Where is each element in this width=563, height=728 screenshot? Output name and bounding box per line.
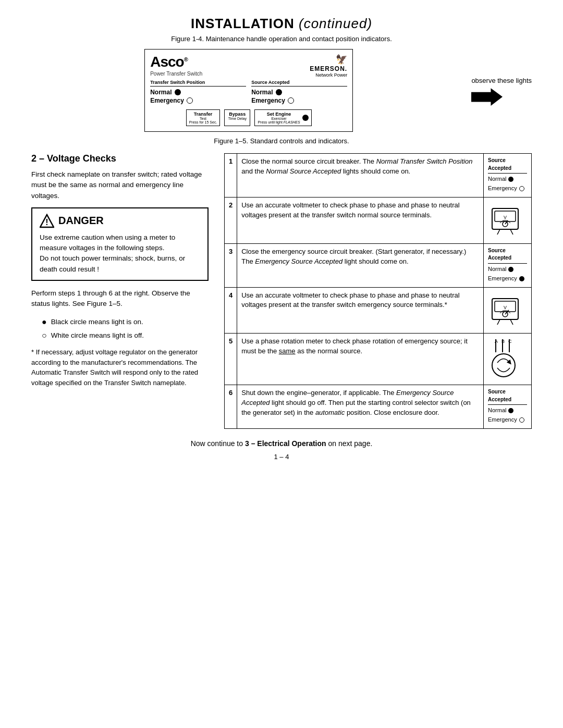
set-engine-circle xyxy=(302,115,309,121)
normal-indicator-left: Normal xyxy=(150,89,246,96)
asco-panel: Asco® Power Transfer Switch 🦅 EMERSON. N… xyxy=(144,49,353,132)
right-column: 1 Close the normal source circuit breake… xyxy=(224,153,532,429)
set-engine-exerciser-button[interactable]: Set Engine Exerciser Press until light F… xyxy=(254,109,311,126)
bullet-empty-item: ○ White circle means light is off. xyxy=(42,329,209,342)
bypass-time-delay-button[interactable]: Bypass Time Delay xyxy=(224,109,250,126)
svg-text:V: V xyxy=(503,215,506,220)
step-text: Close the emergency source circuit break… xyxy=(237,243,484,287)
transfer-test-button[interactable]: Transfer Test Press for 15 Sec. xyxy=(186,109,221,126)
danger-triangle-icon: ! xyxy=(40,214,54,228)
bullet-filled-item: ● Black circle means light is on. xyxy=(42,315,209,329)
asco-header: Asco® Power Transfer Switch 🦅 EMERSON. N… xyxy=(150,54,347,78)
svg-text:B: B xyxy=(501,339,505,344)
step-number: 5 xyxy=(225,334,237,385)
danger-box: ! DANGER Use extreme caution when using … xyxy=(31,207,209,281)
voltage-intro-text: First check nameplate on transfer switch… xyxy=(31,169,209,201)
step-indicator: Source Accepted Normal Emergency xyxy=(484,385,532,429)
filled-circle-icon: ● xyxy=(42,315,47,329)
footnote-text: * If necessary, adjust voltage regulator… xyxy=(31,347,209,388)
page-number: 1 – 4 xyxy=(31,453,532,461)
observe-area: observe these lights xyxy=(471,77,532,107)
source-accepted-label: Source Accepted xyxy=(251,80,347,87)
asco-body: Transfer Switch Position Normal Emergenc… xyxy=(150,80,347,105)
svg-marker-0 xyxy=(471,88,503,106)
svg-text:C: C xyxy=(508,339,512,344)
step-indicator: Source Accepted Normal Emergency xyxy=(484,154,532,198)
emergency-indicator-left: Emergency xyxy=(150,97,246,104)
svg-text:!: ! xyxy=(45,218,48,227)
asco-logo: Asco® xyxy=(150,54,202,70)
normal-circle-filled-left xyxy=(175,89,181,95)
svg-line-13 xyxy=(497,319,500,325)
emergency-indicator-right: Emergency xyxy=(251,97,347,104)
table-row: 4 Use an accurate voltmeter to check pha… xyxy=(225,287,532,334)
step-text: Use a phase rotation meter to check phas… xyxy=(237,334,484,385)
step-text: Shut down the engine–generator, if appli… xyxy=(237,385,484,429)
danger-header: ! DANGER xyxy=(40,214,200,228)
step-text: Close the normal source circuit breaker.… xyxy=(237,154,484,198)
voltage-checks-heading: 2 – Voltage Checks xyxy=(31,153,209,164)
step-indicator: Source Accepted Normal Emergency xyxy=(484,243,532,287)
perform-text: Perform steps 1 through 6 at the right. … xyxy=(31,288,209,310)
asco-left-section: Transfer Switch Position Normal Emergenc… xyxy=(150,80,246,105)
normal-indicator-right: Normal xyxy=(251,89,347,96)
step-number: 1 xyxy=(225,154,237,198)
page-title: INSTALLATION (continued) xyxy=(31,16,532,32)
svg-text:A: A xyxy=(495,339,498,344)
continue-text: Now continue to 3 – Electrical Operation… xyxy=(31,439,532,448)
emergency-circle-empty-left xyxy=(187,97,193,104)
phase-rotation-icon: A B C xyxy=(488,337,527,378)
step-text: Use an accurate voltmeter to check phase… xyxy=(237,197,484,243)
table-row: 2 Use an accurate voltmeter to check pha… xyxy=(225,197,532,243)
left-column: 2 – Voltage Checks First check nameplate… xyxy=(31,153,209,429)
main-content: 2 – Voltage Checks First check nameplate… xyxy=(31,153,532,429)
step-text: Use an accurate voltmeter to check phase… xyxy=(237,287,484,334)
asco-right-section: Source Accepted Normal Emergency xyxy=(251,80,347,105)
observe-arrow-icon xyxy=(471,87,503,107)
emerson-bird-icon: 🦅 xyxy=(310,54,347,65)
svg-line-14 xyxy=(510,319,513,325)
step-number: 2 xyxy=(225,197,237,243)
svg-point-23 xyxy=(492,354,515,377)
fig4-container: Asco® Power Transfer Switch 🦅 EMERSON. N… xyxy=(31,49,532,135)
step-number: 4 xyxy=(225,287,237,334)
svg-line-6 xyxy=(497,229,500,235)
fig5-caption: Figure 1–5. Standard controls and indica… xyxy=(31,137,532,145)
transfer-switch-label: Transfer Switch Position xyxy=(150,80,246,87)
asco-buttons: Transfer Test Press for 15 Sec. Bypass T… xyxy=(150,109,347,126)
voltmeter-icon: V xyxy=(489,291,526,327)
normal-circle-filled-right xyxy=(276,89,282,95)
bullet-list: ● Black circle means light is on. ○ Whit… xyxy=(42,315,209,342)
asco-subtitle: Power Transfer Switch xyxy=(150,71,202,77)
fig4-caption: Figure 1-4. Maintenance handle operation… xyxy=(31,35,532,43)
svg-text:V: V xyxy=(503,305,506,310)
table-row: 5 Use a phase rotation meter to check ph… xyxy=(225,334,532,385)
danger-text: Use extreme caution when using a meter t… xyxy=(40,232,200,275)
step-image: V xyxy=(484,197,532,243)
steps-table: 1 Close the normal source circuit breake… xyxy=(224,153,532,429)
step-image: A B C xyxy=(484,334,532,385)
empty-circle-icon: ○ xyxy=(42,329,47,342)
asco-logo-area: Asco® Power Transfer Switch xyxy=(150,54,202,77)
step-number: 6 xyxy=(225,385,237,429)
emergency-circle-empty-right xyxy=(288,97,294,104)
svg-line-7 xyxy=(510,229,513,235)
table-row: 6 Shut down the engine–generator, if app… xyxy=(225,385,532,429)
emerson-logo: 🦅 EMERSON. Network Power xyxy=(310,54,347,78)
table-row: 3 Close the emergency source circuit bre… xyxy=(225,243,532,287)
table-row: 1 Close the normal source circuit breake… xyxy=(225,154,532,198)
voltmeter-icon: V xyxy=(489,201,526,237)
step-image: V xyxy=(484,287,532,334)
step-number: 3 xyxy=(225,243,237,287)
